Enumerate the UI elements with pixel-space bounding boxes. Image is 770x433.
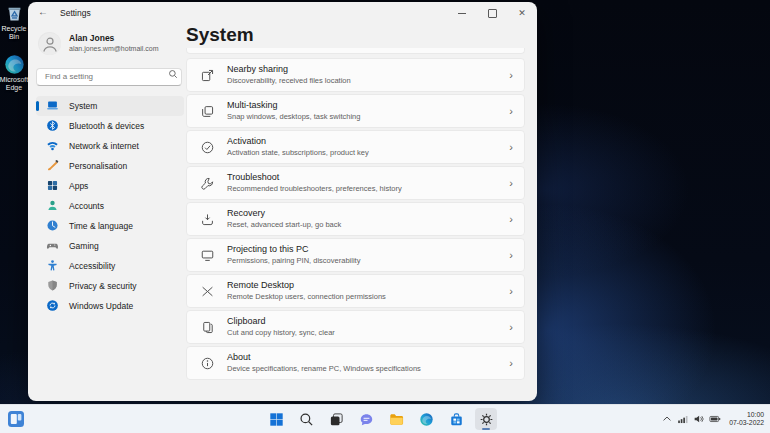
settings-card-clipboard[interactable]: ClipboardCut and copy history, sync, cle… bbox=[186, 310, 525, 344]
card-text: AboutDevice specifications, rename PC, W… bbox=[227, 352, 509, 373]
card-text: Nearby sharingDiscoverability, received … bbox=[227, 64, 509, 85]
sidebar-item-label: Time & language bbox=[69, 221, 133, 231]
card-description: Reset, advanced start-up, go back bbox=[227, 220, 509, 230]
personalisation-icon bbox=[46, 159, 59, 172]
file-explorer-icon bbox=[389, 412, 404, 427]
privacy-icon bbox=[46, 279, 59, 292]
settings-window: ← Settings ✕ Alan Jones alan.jones.wm@ho… bbox=[28, 2, 537, 401]
search-icon bbox=[168, 69, 178, 79]
sidebar-item-label: Accounts bbox=[69, 201, 104, 211]
taskbar-file-explorer-button[interactable] bbox=[385, 408, 407, 430]
page-title: System bbox=[186, 24, 254, 46]
card-text: Remote DesktopRemote Desktop users, conn… bbox=[227, 280, 509, 301]
card-title: Multi-tasking bbox=[227, 100, 509, 112]
battery-icon[interactable] bbox=[709, 413, 721, 425]
close-button[interactable]: ✕ bbox=[507, 2, 537, 24]
card-title: Activation bbox=[227, 136, 509, 148]
sidebar-item-label: Apps bbox=[69, 181, 88, 191]
sidebar-item-personalisation[interactable]: Personalisation bbox=[36, 156, 184, 176]
sidebar-item-bluetooth-devices[interactable]: Bluetooth & devices bbox=[36, 116, 184, 136]
settings-card-multi-tasking[interactable]: Multi-taskingSnap windows, desktops, tas… bbox=[186, 94, 525, 128]
settings-card-nearby-sharing[interactable]: Nearby sharingDiscoverability, received … bbox=[186, 58, 525, 92]
accessibility-icon bbox=[46, 259, 59, 272]
sidebar-item-privacy-security[interactable]: Privacy & security bbox=[36, 276, 184, 296]
chevron-right-icon: › bbox=[509, 141, 513, 153]
about-icon bbox=[200, 356, 215, 371]
card-description: Activation state, subscriptions, product… bbox=[227, 148, 509, 158]
chevron-right-icon: › bbox=[509, 213, 513, 225]
chevron-right-icon: › bbox=[509, 285, 513, 297]
taskbar-center bbox=[0, 405, 766, 433]
sidebar-item-apps[interactable]: Apps bbox=[36, 176, 184, 196]
sidebar-item-system[interactable]: System bbox=[36, 96, 184, 116]
nearby-sharing-icon bbox=[200, 68, 215, 83]
card-title: Recovery bbox=[227, 208, 509, 220]
bluetooth-icon bbox=[46, 119, 59, 132]
taskbar-clock[interactable]: 10:00 07-03-2022 bbox=[729, 411, 766, 428]
desktop-icon-microsoft-edge[interactable]: Microsoft Edge bbox=[1, 54, 27, 92]
chevron-right-icon: › bbox=[509, 177, 513, 189]
maximize-icon bbox=[488, 9, 497, 18]
taskbar-search-button[interactable] bbox=[295, 408, 317, 430]
settings-icon bbox=[479, 412, 494, 427]
sidebar-item-label: Accessibility bbox=[69, 261, 115, 271]
start-icon bbox=[269, 412, 284, 427]
scrolled-card-remnant[interactable] bbox=[186, 48, 525, 54]
sidebar-item-accounts[interactable]: Accounts bbox=[36, 196, 184, 216]
card-description: Discoverability, received files location bbox=[227, 76, 509, 86]
taskbar-store-button[interactable] bbox=[445, 408, 467, 430]
card-title: About bbox=[227, 352, 509, 364]
card-description: Cut and copy history, sync, clear bbox=[227, 328, 509, 338]
desktop-icon-recycle-bin[interactable]: Recycle Bin bbox=[1, 3, 27, 41]
minimize-icon bbox=[458, 13, 466, 14]
sidebar-item-label: Bluetooth & devices bbox=[69, 121, 144, 131]
card-text: TroubleshootRecommended troubleshooters,… bbox=[227, 172, 509, 193]
sidebar-item-accessibility[interactable]: Accessibility bbox=[36, 256, 184, 276]
time-language-icon bbox=[46, 219, 59, 232]
settings-card-about[interactable]: AboutDevice specifications, rename PC, W… bbox=[186, 346, 525, 380]
chevron-right-icon: › bbox=[509, 357, 513, 369]
network-signal-icon[interactable] bbox=[677, 413, 689, 425]
chat-icon bbox=[359, 412, 374, 427]
chevron-right-icon: › bbox=[509, 105, 513, 117]
maximize-button[interactable] bbox=[477, 2, 507, 24]
sidebar-item-gaming[interactable]: Gaming bbox=[36, 236, 184, 256]
sidebar-item-time-language[interactable]: Time & language bbox=[36, 216, 184, 236]
search-box bbox=[36, 65, 184, 86]
chevron-right-icon: › bbox=[509, 69, 513, 81]
system-tray: 10:00 07-03-2022 bbox=[661, 405, 766, 433]
taskbar-chat-button[interactable] bbox=[355, 408, 377, 430]
activation-icon bbox=[200, 140, 215, 155]
taskbar-edge-button[interactable] bbox=[415, 408, 437, 430]
volume-icon[interactable] bbox=[693, 413, 705, 425]
settings-card-activation[interactable]: ActivationActivation state, subscription… bbox=[186, 130, 525, 164]
search-input[interactable] bbox=[36, 68, 182, 86]
close-icon: ✕ bbox=[518, 9, 526, 18]
back-icon[interactable]: ← bbox=[38, 6, 48, 17]
projecting-icon bbox=[200, 248, 215, 263]
sidebar: Alan Jones alan.jones.wm@hotmail.com Sys… bbox=[36, 28, 184, 316]
settings-card-troubleshoot[interactable]: TroubleshootRecommended troubleshooters,… bbox=[186, 166, 525, 200]
settings-card-list: Nearby sharingDiscoverability, received … bbox=[186, 58, 525, 382]
settings-card-projecting-to-this-pc[interactable]: Projecting to this PCPermissions, pairin… bbox=[186, 238, 525, 272]
sidebar-item-label: Network & internet bbox=[69, 141, 139, 151]
settings-card-remote-desktop[interactable]: Remote DesktopRemote Desktop users, conn… bbox=[186, 274, 525, 308]
taskbar-task-view-button[interactable] bbox=[325, 408, 347, 430]
card-text: RecoveryReset, advanced start-up, go bac… bbox=[227, 208, 509, 229]
clipboard-icon bbox=[200, 320, 215, 335]
apps-icon bbox=[46, 179, 59, 192]
settings-card-recovery[interactable]: RecoveryReset, advanced start-up, go bac… bbox=[186, 202, 525, 236]
taskbar-settings-button[interactable] bbox=[475, 408, 497, 430]
user-profile[interactable]: Alan Jones alan.jones.wm@hotmail.com bbox=[38, 32, 182, 55]
sidebar-item-label: Privacy & security bbox=[69, 281, 137, 291]
edge-icon bbox=[419, 412, 434, 427]
tray-time: 10:00 bbox=[729, 411, 764, 419]
chevron-up-icon[interactable] bbox=[661, 413, 673, 425]
minimize-button[interactable] bbox=[447, 2, 477, 24]
sidebar-item-network-internet[interactable]: Network & internet bbox=[36, 136, 184, 156]
card-description: Permissions, pairing PIN, discoverabilit… bbox=[227, 256, 509, 266]
card-title: Remote Desktop bbox=[227, 280, 509, 292]
taskbar-start-button[interactable] bbox=[265, 408, 287, 430]
card-description: Remote Desktop users, connection permiss… bbox=[227, 292, 509, 302]
sidebar-item-windows-update[interactable]: Windows Update bbox=[36, 296, 184, 316]
